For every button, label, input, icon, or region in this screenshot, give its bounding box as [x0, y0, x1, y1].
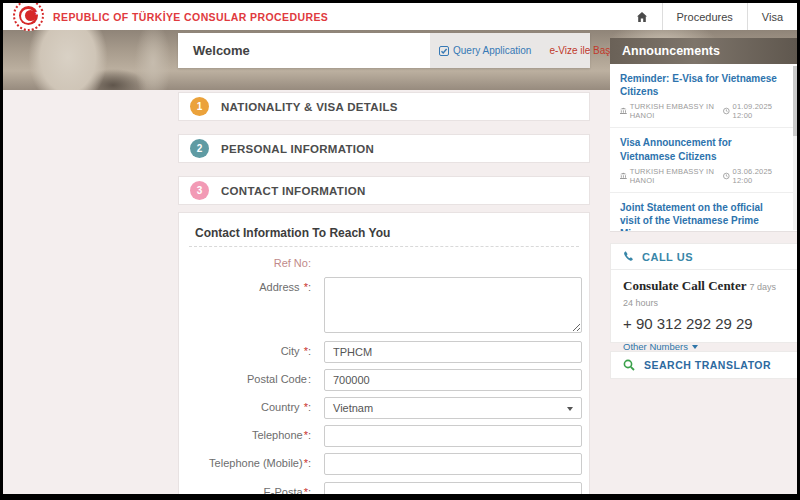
step-2-badge: 2 — [190, 139, 209, 158]
announcement-item[interactable]: Joint Statement on the official visit of… — [610, 192, 797, 232]
step-personal-information[interactable]: 2 PERSONAL INFORMATION — [178, 134, 590, 163]
app-window: ★ REPUBLIC OF TÜRKİYE CONSULAR PROCEDURE… — [3, 3, 797, 494]
home-icon — [636, 11, 648, 23]
clock-icon — [723, 172, 730, 180]
step-2-label: PERSONAL INFORMATION — [221, 143, 374, 155]
announcement-source: TURKISH EMBASSY IN HANOI — [630, 167, 723, 185]
telephone-input[interactable] — [324, 425, 582, 447]
postal-code-label: Postal Code: — [179, 373, 311, 385]
step-1-badge: 1 — [190, 97, 209, 116]
welcome-bar: Welcome Query Application e-Vize ile Baş… — [178, 33, 590, 68]
nav-visa[interactable]: Visa — [748, 3, 797, 30]
welcome-actions: Query Application e-Vize ile Başvur — [430, 33, 590, 68]
city-label: City *: — [179, 345, 311, 357]
welcome-title: Welcome — [178, 43, 250, 58]
star-icon: ★ — [35, 9, 40, 16]
dashed-divider — [189, 246, 579, 247]
country-label: Country *: — [179, 401, 311, 413]
home-button[interactable] — [622, 3, 662, 30]
announcement-date: 03.06.2025 12:00 — [733, 167, 784, 185]
call-center-label: Consulate Call Center 7 days 24 hours — [623, 278, 785, 310]
telephone-label: Telephone*: — [179, 429, 311, 441]
step-contact-information[interactable]: 3 CONTACT INFORMATION — [178, 176, 590, 205]
telephone-mobile-label: Telephone (Mobile)*: — [179, 457, 311, 469]
call-center-phone-number: + 90 312 292 29 29 — [623, 315, 785, 332]
announcement-item[interactable]: Visa Announcement for Vietnamese Citizen… — [610, 127, 797, 191]
step-nationality-visa-details[interactable]: 1 NATIONALITY & VISA DETAILS — [178, 92, 590, 121]
announcement-source: TURKISH EMBASSY IN HANOI — [630, 102, 723, 120]
brand-title: REPUBLIC OF TÜRKİYE CONSULAR PROCEDURES — [53, 11, 328, 23]
search-icon — [623, 359, 635, 371]
call-us-header[interactable]: CALL US — [611, 244, 797, 270]
query-application-label: Query Application — [453, 45, 531, 56]
announcements-scrollbar[interactable] — [793, 66, 797, 230]
announcement-link[interactable]: Visa Announcement for Vietnamese Citizen… — [620, 136, 784, 162]
country-select[interactable]: Vietnam — [324, 397, 582, 419]
caret-down-icon — [692, 345, 698, 349]
call-us-body: Consulate Call Center 7 days 24 hours + … — [611, 270, 797, 352]
embassy-building-icon — [620, 107, 627, 115]
form-section-title: Contact Information To Reach You — [195, 226, 390, 240]
step-3-label: CONTACT INFORMATION — [221, 185, 366, 197]
eposta-label: E-Posta*: — [179, 486, 311, 494]
caret-down-icon — [567, 407, 573, 411]
step-1-label: NATIONALITY & VISA DETAILS — [221, 101, 398, 113]
query-application-button[interactable]: Query Application — [430, 33, 540, 68]
call-us-card: CALL US Consulate Call Center 7 days 24 … — [610, 243, 797, 343]
announcement-meta: TURKISH EMBASSY IN HANOI 03.06.2025 12:0… — [620, 167, 784, 185]
embassy-building-icon — [620, 172, 627, 180]
step-3-badge: 3 — [190, 181, 209, 200]
address-textarea[interactable] — [324, 277, 582, 333]
call-us-title: CALL US — [642, 251, 693, 263]
phone-icon — [623, 251, 634, 262]
announcement-link[interactable]: Reminder: E-Visa for Vietnamese Citizens — [620, 72, 784, 98]
ref-no-label: Ref No: — [179, 257, 311, 269]
country-selected-value: Vietnam — [333, 402, 373, 414]
announcement-link[interactable]: Joint Statement on the official visit of… — [620, 201, 784, 232]
eposta-input[interactable] — [324, 482, 582, 494]
announcements-list: Reminder: E-Visa for Vietnamese Citizens… — [610, 64, 797, 232]
nav-procedures[interactable]: Procedures — [663, 3, 747, 30]
ministry-emblem-logo: ★ — [13, 3, 44, 31]
clock-icon — [723, 107, 730, 115]
announcement-meta: TURKISH EMBASSY IN HANOI 01.09.2025 12:0… — [620, 102, 784, 120]
top-header: ★ REPUBLIC OF TÜRKİYE CONSULAR PROCEDURE… — [3, 3, 797, 30]
search-translator-label: SEARCH TRANSLATOR — [644, 359, 771, 371]
announcement-date: 01.09.2025 12:00 — [733, 102, 784, 120]
city-input[interactable] — [324, 341, 582, 363]
announcement-item[interactable]: Reminder: E-Visa for Vietnamese Citizens… — [610, 64, 797, 127]
telephone-mobile-input[interactable] — [324, 453, 582, 475]
postal-code-input[interactable] — [324, 369, 582, 391]
top-navigation: Procedures Visa — [622, 3, 797, 30]
address-label: Address *: — [179, 281, 311, 293]
search-translator-button[interactable]: SEARCH TRANSLATOR — [610, 351, 797, 379]
checkbox-checked-icon — [439, 46, 449, 56]
scrollbar-thumb[interactable] — [793, 66, 797, 136]
announcements-header: Announcements — [610, 38, 797, 64]
announcements-title: Announcements — [622, 44, 720, 58]
contact-form-card: Contact Information To Reach You Ref No:… — [178, 212, 590, 494]
brand[interactable]: ★ REPUBLIC OF TÜRKİYE CONSULAR PROCEDURE… — [13, 3, 328, 31]
